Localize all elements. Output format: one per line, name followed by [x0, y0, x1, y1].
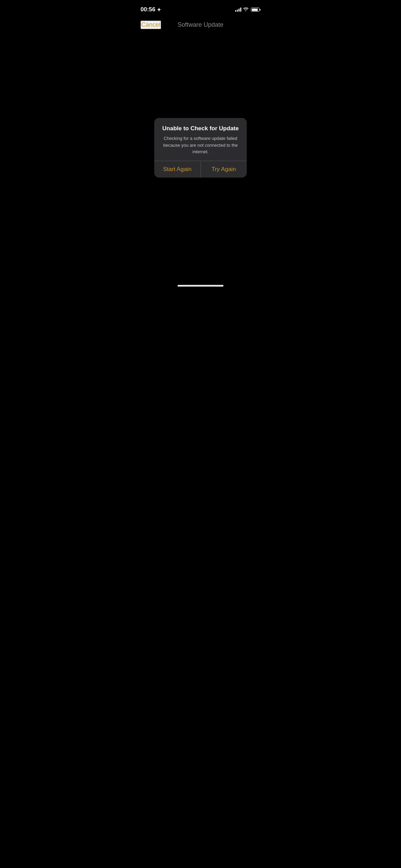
signal-bar-1 [235, 10, 236, 12]
try-again-button[interactable]: Try Again [201, 161, 247, 177]
alert-buttons: Start Again Try Again [154, 160, 247, 177]
page-title: Software Update [178, 21, 223, 28]
signal-bar-4 [240, 8, 241, 12]
cancel-button[interactable]: Cancel [141, 21, 161, 29]
signal-bars [235, 8, 241, 12]
alert-title: Unable to Check for Update [160, 125, 241, 132]
battery-fill [252, 9, 258, 11]
signal-bar-3 [239, 9, 240, 12]
battery-body [251, 8, 259, 12]
alert-message: Checking for a software update failed be… [160, 135, 241, 155]
wifi-icon [243, 8, 249, 12]
home-indicator [178, 285, 223, 287]
battery-icon [251, 8, 260, 12]
status-bar: 00:56 [134, 0, 267, 17]
alert-dialog: Unable to Check for Update Checking for … [154, 118, 247, 178]
status-time: 00:56 [141, 6, 161, 13]
nav-bar: Cancel Software Update [134, 17, 267, 32]
location-icon [157, 8, 161, 12]
start-again-button[interactable]: Start Again [154, 161, 201, 177]
alert-content: Unable to Check for Update Checking for … [154, 118, 247, 161]
time-display: 00:56 [141, 6, 155, 13]
signal-bar-2 [237, 10, 238, 12]
status-icons [235, 8, 260, 12]
battery-tip [260, 9, 260, 11]
